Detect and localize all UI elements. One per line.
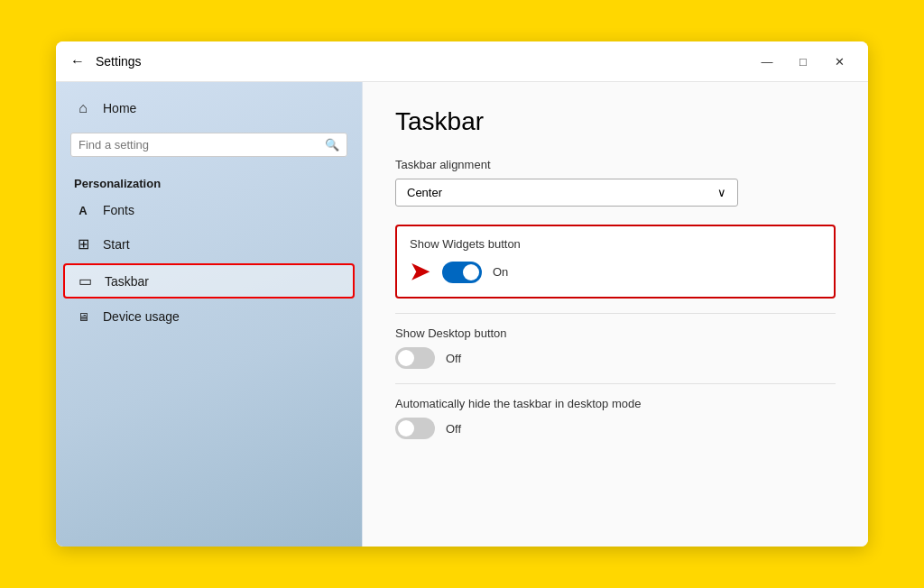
- widgets-toggle-state: On: [493, 265, 508, 279]
- sidebar: ⌂ Home 🔍 Personalization A Fonts ⊞ Start: [56, 82, 363, 547]
- desktop-toggle-row: Off: [395, 347, 836, 369]
- titlebar: ← Settings — □ ✕: [56, 41, 868, 82]
- fonts-icon: A: [74, 204, 92, 217]
- widgets-toggle-knob: [463, 264, 479, 280]
- alignment-value: Center: [407, 186, 442, 199]
- widgets-label: Show Widgets button: [410, 237, 821, 251]
- desktop-toggle-state: Off: [446, 352, 461, 365]
- arrow-annotation-icon: ➤: [410, 258, 430, 286]
- dropdown-chevron-icon: ∨: [717, 186, 726, 199]
- start-label: Start: [103, 237, 130, 252]
- sidebar-section-header: Personalization: [56, 168, 362, 194]
- sidebar-item-home[interactable]: ⌂ Home: [56, 91, 362, 125]
- desktop-toggle-knob: [398, 350, 414, 366]
- device-usage-icon: 🖥: [74, 310, 92, 324]
- autohide-toggle-state: Off: [446, 422, 461, 436]
- divider-2: [395, 383, 836, 384]
- taskbar-icon: ▭: [76, 272, 94, 289]
- widgets-toggle-row: ➤ On: [410, 258, 821, 286]
- autohide-toggle-knob: [398, 420, 414, 436]
- alignment-dropdown[interactable]: Center ∨: [395, 179, 738, 207]
- autohide-toggle[interactable]: [395, 418, 435, 439]
- sidebar-item-device-usage[interactable]: 🖥 Device usage: [56, 300, 362, 333]
- search-box: 🔍: [70, 133, 347, 157]
- autohide-group: Automatically hide the taskbar in deskto…: [395, 397, 836, 439]
- page-title: Taskbar: [395, 107, 836, 136]
- desktop-toggle[interactable]: [395, 347, 435, 369]
- back-button[interactable]: ←: [70, 53, 85, 69]
- sidebar-item-start[interactable]: ⊞ Start: [56, 226, 362, 262]
- fonts-label: Fonts: [103, 203, 134, 217]
- window-title: Settings: [96, 54, 142, 69]
- autohide-label: Automatically hide the taskbar in deskto…: [395, 397, 836, 410]
- search-input[interactable]: [79, 138, 325, 152]
- window-controls: — □ ✕: [753, 51, 854, 72]
- widgets-toggle[interactable]: [442, 262, 482, 283]
- alignment-label: Taskbar alignment: [395, 158, 836, 171]
- minimize-button[interactable]: —: [753, 51, 781, 72]
- settings-window: ← Settings — □ ✕ ⌂ Home 🔍 Personalizatio…: [56, 41, 868, 547]
- autohide-toggle-row: Off: [395, 418, 836, 439]
- main-content: Taskbar Taskbar alignment Center ∨ Show …: [363, 82, 868, 547]
- device-usage-label: Device usage: [103, 309, 180, 324]
- desktop-label: Show Desktop button: [395, 326, 836, 340]
- divider-1: [395, 313, 836, 314]
- start-icon: ⊞: [74, 235, 92, 253]
- sidebar-item-taskbar[interactable]: ▭ Taskbar: [63, 263, 355, 299]
- desktop-group: Show Desktop button Off: [395, 326, 836, 369]
- close-button[interactable]: ✕: [825, 51, 854, 72]
- widgets-group: Show Widgets button ➤ On: [395, 225, 836, 299]
- search-icon: 🔍: [325, 138, 339, 152]
- home-label: Home: [103, 101, 136, 115]
- home-icon: ⌂: [74, 100, 92, 116]
- alignment-group: Taskbar alignment Center ∨: [395, 158, 836, 207]
- maximize-button[interactable]: □: [789, 51, 818, 72]
- taskbar-label: Taskbar: [105, 274, 149, 289]
- sidebar-item-fonts[interactable]: A Fonts: [56, 194, 362, 226]
- content-area: ⌂ Home 🔍 Personalization A Fonts ⊞ Start: [56, 82, 868, 547]
